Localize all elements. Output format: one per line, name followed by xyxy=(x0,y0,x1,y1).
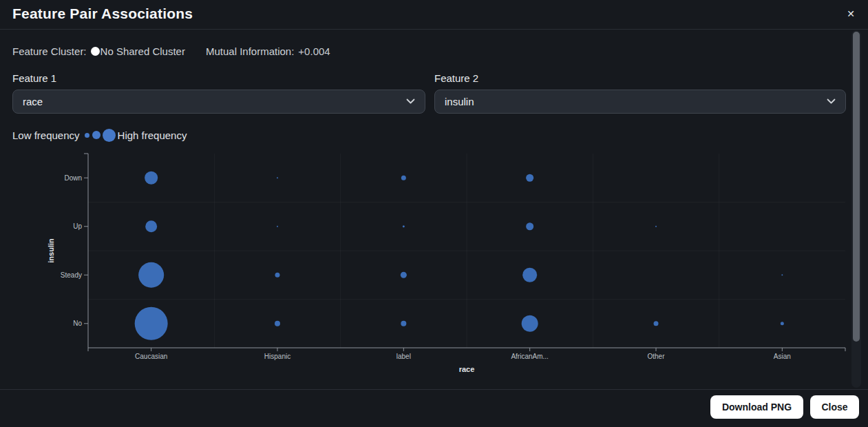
x-tick-label: Caucasian xyxy=(135,353,167,360)
bubble xyxy=(781,322,784,325)
feature1-select[interactable]: race xyxy=(12,90,425,114)
bubble xyxy=(145,171,158,185)
bubble-chart: DownUpSteadyNoCaucasianHispaniclabelAfri… xyxy=(0,153,859,380)
bubble xyxy=(403,225,405,227)
bubble xyxy=(275,273,280,278)
frequency-legend: Low frequency High frequency xyxy=(12,127,187,143)
legend-high-label: High frequency xyxy=(118,129,187,141)
bubble xyxy=(655,226,657,227)
dialog-title: Feature Pair Associations xyxy=(12,6,193,22)
bubble xyxy=(522,315,538,332)
legend-large-dot-icon xyxy=(103,129,116,142)
bubble xyxy=(526,174,533,182)
x-tick-label: Asian xyxy=(774,353,791,360)
bubble xyxy=(401,272,407,278)
bubble xyxy=(654,321,659,326)
dialog-footer: Download PNG Close xyxy=(0,389,868,427)
feature2-selected-value: insulin xyxy=(445,96,474,107)
bubble xyxy=(275,321,280,326)
chevron-down-icon xyxy=(406,98,415,105)
legend-low-label: Low frequency xyxy=(12,129,80,141)
bubble xyxy=(401,176,406,180)
y-tick-label: Down xyxy=(64,174,82,182)
download-png-button[interactable]: Download PNG xyxy=(710,395,803,419)
info-bar: Feature Cluster: No Shared Cluster Mutua… xyxy=(12,43,330,59)
dialog-header: Feature Pair Associations ✕ xyxy=(0,0,868,30)
legend-small-dot-icon xyxy=(85,133,89,138)
close-icon[interactable]: ✕ xyxy=(845,8,857,20)
bubble xyxy=(522,268,537,282)
scrollbar-thumb[interactable] xyxy=(853,32,860,342)
bubble xyxy=(526,222,533,230)
feature2-label: Feature 2 xyxy=(434,72,478,84)
feature-cluster-label: Feature Cluster: xyxy=(12,45,87,57)
x-tick-label: Other xyxy=(647,353,665,360)
x-tick-label: AfricanAm... xyxy=(511,353,548,360)
feature2-select[interactable]: insulin xyxy=(434,90,846,114)
y-axis-title: insulin xyxy=(47,238,55,263)
bubble xyxy=(401,321,406,326)
x-tick-label: label xyxy=(396,353,411,360)
bubble xyxy=(277,177,278,178)
bubble xyxy=(781,274,783,275)
chevron-down-icon xyxy=(827,98,836,105)
bubble xyxy=(277,226,278,227)
feature-pair-associations-dialog: Feature Pair Associations ✕ Feature Clus… xyxy=(0,0,868,427)
close-button[interactable]: Close xyxy=(810,395,859,419)
y-tick-label: Up xyxy=(73,222,82,230)
y-tick-label: Steady xyxy=(61,271,82,279)
mutual-information-value: +0.004 xyxy=(298,45,330,57)
feature-cluster-value: No Shared Cluster xyxy=(100,45,185,57)
mutual-information-label: Mutual Information: xyxy=(206,45,294,57)
y-tick-label: No xyxy=(73,320,82,327)
legend-medium-dot-icon xyxy=(92,131,100,139)
scrollbar-track[interactable] xyxy=(851,30,861,388)
bubble xyxy=(145,220,157,232)
cluster-dot-icon xyxy=(91,47,100,56)
bubble xyxy=(138,262,164,288)
feature1-label: Feature 1 xyxy=(12,72,56,84)
x-tick-label: Hispanic xyxy=(264,353,290,360)
bubble xyxy=(135,307,168,340)
feature1-selected-value: race xyxy=(23,96,43,107)
x-axis-title: race xyxy=(459,365,475,373)
